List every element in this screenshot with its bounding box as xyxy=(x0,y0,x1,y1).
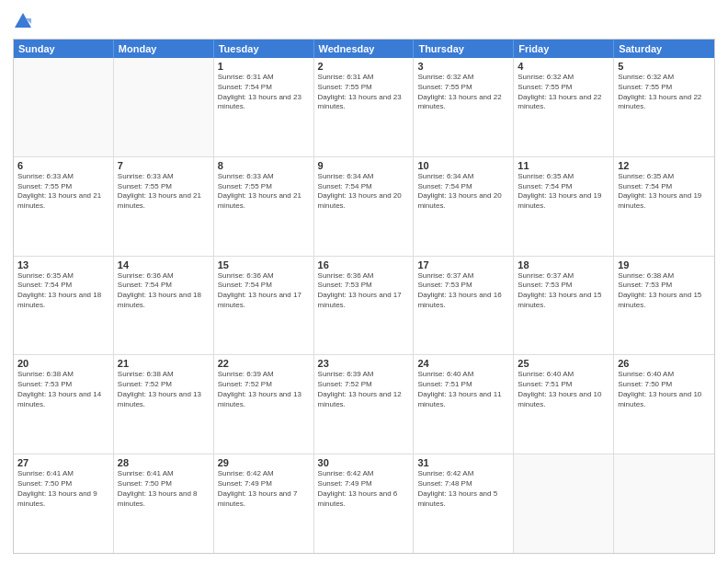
day-info: Sunrise: 6:40 AM Sunset: 7:51 PM Dayligh… xyxy=(417,370,509,409)
weekday-header: Wednesday xyxy=(314,40,415,58)
day-info: Sunrise: 6:33 AM Sunset: 7:55 PM Dayligh… xyxy=(17,172,109,212)
day-info: Sunrise: 6:32 AM Sunset: 7:55 PM Dayligh… xyxy=(417,73,509,112)
calendar-cell xyxy=(614,454,714,553)
calendar-row: 13Sunrise: 6:35 AM Sunset: 7:54 PM Dayli… xyxy=(14,257,714,356)
day-info: Sunrise: 6:39 AM Sunset: 7:52 PM Dayligh… xyxy=(318,370,410,409)
calendar-cell: 20Sunrise: 6:38 AM Sunset: 7:53 PM Dayli… xyxy=(14,355,114,454)
day-number: 26 xyxy=(618,358,711,369)
day-number: 3 xyxy=(417,61,509,72)
calendar-cell: 5Sunrise: 6:32 AM Sunset: 7:55 PM Daylig… xyxy=(614,58,714,156)
day-info: Sunrise: 6:37 AM Sunset: 7:53 PM Dayligh… xyxy=(417,271,509,311)
calendar-cell: 31Sunrise: 6:42 AM Sunset: 7:48 PM Dayli… xyxy=(414,454,514,553)
calendar-cell: 12Sunrise: 6:35 AM Sunset: 7:54 PM Dayli… xyxy=(614,157,714,256)
logo xyxy=(13,9,35,31)
calendar-cell: 23Sunrise: 6:39 AM Sunset: 7:52 PM Dayli… xyxy=(314,355,415,454)
weekday-header: Friday xyxy=(514,40,614,58)
calendar-cell: 24Sunrise: 6:40 AM Sunset: 7:51 PM Dayli… xyxy=(414,355,514,454)
day-number: 17 xyxy=(417,259,509,270)
calendar-cell: 29Sunrise: 6:42 AM Sunset: 7:49 PM Dayli… xyxy=(214,454,314,553)
day-number: 16 xyxy=(318,259,410,270)
calendar-cell: 28Sunrise: 6:41 AM Sunset: 7:50 PM Dayli… xyxy=(114,454,214,553)
calendar-cell: 25Sunrise: 6:40 AM Sunset: 7:51 PM Dayli… xyxy=(514,355,614,454)
day-number: 1 xyxy=(218,61,310,72)
day-number: 23 xyxy=(318,358,410,369)
day-info: Sunrise: 6:37 AM Sunset: 7:53 PM Dayligh… xyxy=(518,271,609,311)
calendar-cell: 27Sunrise: 6:41 AM Sunset: 7:50 PM Dayli… xyxy=(14,454,114,553)
calendar-cell: 11Sunrise: 6:35 AM Sunset: 7:54 PM Dayli… xyxy=(514,157,614,256)
calendar-header: SundayMondayTuesdayWednesdayThursdayFrid… xyxy=(14,40,714,58)
calendar-cell: 6Sunrise: 6:33 AM Sunset: 7:55 PM Daylig… xyxy=(14,157,114,256)
calendar-row: 27Sunrise: 6:41 AM Sunset: 7:50 PM Dayli… xyxy=(14,454,714,553)
calendar-cell: 8Sunrise: 6:33 AM Sunset: 7:55 PM Daylig… xyxy=(214,157,314,256)
weekday-header: Saturday xyxy=(614,40,714,58)
day-info: Sunrise: 6:42 AM Sunset: 7:48 PM Dayligh… xyxy=(417,469,509,509)
calendar-row: 1Sunrise: 6:31 AM Sunset: 7:54 PM Daylig… xyxy=(14,58,714,157)
calendar-cell: 2Sunrise: 6:31 AM Sunset: 7:55 PM Daylig… xyxy=(314,58,415,156)
calendar: SundayMondayTuesdayWednesdayThursdayFrid… xyxy=(13,39,715,554)
day-info: Sunrise: 6:42 AM Sunset: 7:49 PM Dayligh… xyxy=(218,469,310,509)
weekday-header: Monday xyxy=(114,40,214,58)
day-info: Sunrise: 6:39 AM Sunset: 7:52 PM Dayligh… xyxy=(218,370,310,409)
calendar-cell: 26Sunrise: 6:40 AM Sunset: 7:50 PM Dayli… xyxy=(614,355,714,454)
day-number: 22 xyxy=(218,358,310,369)
calendar-body: 1Sunrise: 6:31 AM Sunset: 7:54 PM Daylig… xyxy=(14,58,714,553)
calendar-cell: 30Sunrise: 6:42 AM Sunset: 7:49 PM Dayli… xyxy=(314,454,415,553)
day-info: Sunrise: 6:35 AM Sunset: 7:54 PM Dayligh… xyxy=(17,271,109,311)
day-number: 5 xyxy=(618,61,711,72)
day-info: Sunrise: 6:31 AM Sunset: 7:55 PM Dayligh… xyxy=(318,73,410,112)
page-header xyxy=(13,9,715,31)
day-number: 2 xyxy=(318,61,410,72)
day-number: 30 xyxy=(318,457,410,468)
day-number: 18 xyxy=(518,259,609,270)
calendar-cell: 7Sunrise: 6:33 AM Sunset: 7:55 PM Daylig… xyxy=(114,157,214,256)
day-info: Sunrise: 6:33 AM Sunset: 7:55 PM Dayligh… xyxy=(118,172,210,212)
calendar-cell: 17Sunrise: 6:37 AM Sunset: 7:53 PM Dayli… xyxy=(414,257,514,355)
calendar-cell: 1Sunrise: 6:31 AM Sunset: 7:54 PM Daylig… xyxy=(214,58,314,156)
day-number: 11 xyxy=(518,160,609,171)
calendar-cell: 14Sunrise: 6:36 AM Sunset: 7:54 PM Dayli… xyxy=(114,257,214,355)
calendar-cell: 3Sunrise: 6:32 AM Sunset: 7:55 PM Daylig… xyxy=(414,58,514,156)
calendar-row: 20Sunrise: 6:38 AM Sunset: 7:53 PM Dayli… xyxy=(14,355,714,454)
day-number: 12 xyxy=(618,160,711,171)
calendar-row: 6Sunrise: 6:33 AM Sunset: 7:55 PM Daylig… xyxy=(14,157,714,257)
day-info: Sunrise: 6:35 AM Sunset: 7:54 PM Dayligh… xyxy=(518,172,609,212)
day-info: Sunrise: 6:38 AM Sunset: 7:53 PM Dayligh… xyxy=(618,271,711,311)
calendar-cell: 15Sunrise: 6:36 AM Sunset: 7:54 PM Dayli… xyxy=(214,257,314,355)
calendar-cell: 9Sunrise: 6:34 AM Sunset: 7:54 PM Daylig… xyxy=(314,157,415,256)
day-info: Sunrise: 6:40 AM Sunset: 7:50 PM Dayligh… xyxy=(618,370,711,409)
logo-icon xyxy=(13,11,33,31)
day-number: 13 xyxy=(17,259,109,270)
weekday-header: Sunday xyxy=(14,40,114,58)
day-number: 27 xyxy=(17,457,109,468)
day-info: Sunrise: 6:36 AM Sunset: 7:54 PM Dayligh… xyxy=(118,271,210,311)
day-number: 15 xyxy=(218,259,310,270)
calendar-cell: 10Sunrise: 6:34 AM Sunset: 7:54 PM Dayli… xyxy=(414,157,514,256)
day-number: 25 xyxy=(518,358,609,369)
calendar-cell xyxy=(114,58,214,156)
day-number: 8 xyxy=(218,160,310,171)
day-number: 20 xyxy=(17,358,109,369)
day-info: Sunrise: 6:41 AM Sunset: 7:50 PM Dayligh… xyxy=(17,469,109,509)
day-number: 24 xyxy=(417,358,509,369)
day-number: 4 xyxy=(518,61,609,72)
day-info: Sunrise: 6:36 AM Sunset: 7:53 PM Dayligh… xyxy=(318,271,410,311)
day-info: Sunrise: 6:40 AM Sunset: 7:51 PM Dayligh… xyxy=(518,370,609,409)
calendar-cell: 21Sunrise: 6:38 AM Sunset: 7:52 PM Dayli… xyxy=(114,355,214,454)
calendar-cell xyxy=(514,454,614,553)
day-number: 31 xyxy=(417,457,509,468)
calendar-cell: 13Sunrise: 6:35 AM Sunset: 7:54 PM Dayli… xyxy=(14,257,114,355)
day-number: 9 xyxy=(318,160,410,171)
day-info: Sunrise: 6:32 AM Sunset: 7:55 PM Dayligh… xyxy=(618,73,711,112)
day-number: 10 xyxy=(417,160,509,171)
calendar-cell: 19Sunrise: 6:38 AM Sunset: 7:53 PM Dayli… xyxy=(614,257,714,355)
day-number: 14 xyxy=(118,259,210,270)
day-info: Sunrise: 6:42 AM Sunset: 7:49 PM Dayligh… xyxy=(318,469,410,509)
calendar-cell: 16Sunrise: 6:36 AM Sunset: 7:53 PM Dayli… xyxy=(314,257,415,355)
calendar-cell: 4Sunrise: 6:32 AM Sunset: 7:55 PM Daylig… xyxy=(514,58,614,156)
day-number: 29 xyxy=(218,457,310,468)
day-number: 28 xyxy=(118,457,210,468)
day-info: Sunrise: 6:32 AM Sunset: 7:55 PM Dayligh… xyxy=(518,73,609,112)
calendar-cell: 22Sunrise: 6:39 AM Sunset: 7:52 PM Dayli… xyxy=(214,355,314,454)
day-number: 21 xyxy=(118,358,210,369)
day-info: Sunrise: 6:33 AM Sunset: 7:55 PM Dayligh… xyxy=(218,172,310,212)
